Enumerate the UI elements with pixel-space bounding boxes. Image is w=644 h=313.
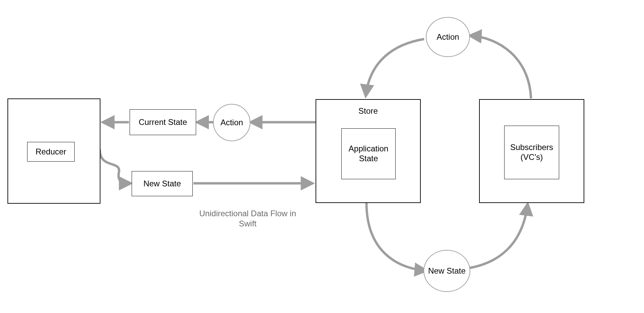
new-state-bottom-circle: New State: [423, 250, 470, 292]
reducer-box: Reducer: [27, 142, 75, 162]
arrow-action-circle-to-store: [366, 39, 424, 96]
current-state-label: Current State: [136, 116, 190, 129]
action-left-circle: Action: [213, 104, 250, 141]
subscribers-box: Subscribers (VC's): [504, 126, 559, 179]
diagram-caption: Unidirectional Data Flow in Swift: [193, 208, 302, 229]
new-state-bottom-label: New State: [425, 265, 469, 277]
new-state-left-box: New State: [132, 171, 193, 196]
subscribers-label: Subscribers (VC's): [505, 141, 559, 164]
arrow-subscribers-to-action-circle: [470, 36, 531, 98]
action-left-label: Action: [218, 116, 246, 129]
diagram-canvas: Reducer Current State New State Action S…: [0, 0, 644, 313]
arrow-store-to-newstate-circle: [366, 202, 426, 271]
application-state-label: Application State: [342, 143, 395, 165]
arrow-newstate-circle-to-subscribers: [468, 204, 528, 268]
current-state-box: Current State: [130, 109, 196, 135]
new-state-left-label: New State: [141, 178, 184, 190]
reducer-label: Reducer: [33, 146, 69, 158]
application-state-box: Application State: [341, 128, 396, 179]
action-top-circle: Action: [426, 17, 470, 57]
arrow-reducer-to-newstate: [100, 149, 130, 183]
store-title: Store: [316, 106, 421, 116]
action-top-label: Action: [434, 31, 462, 43]
